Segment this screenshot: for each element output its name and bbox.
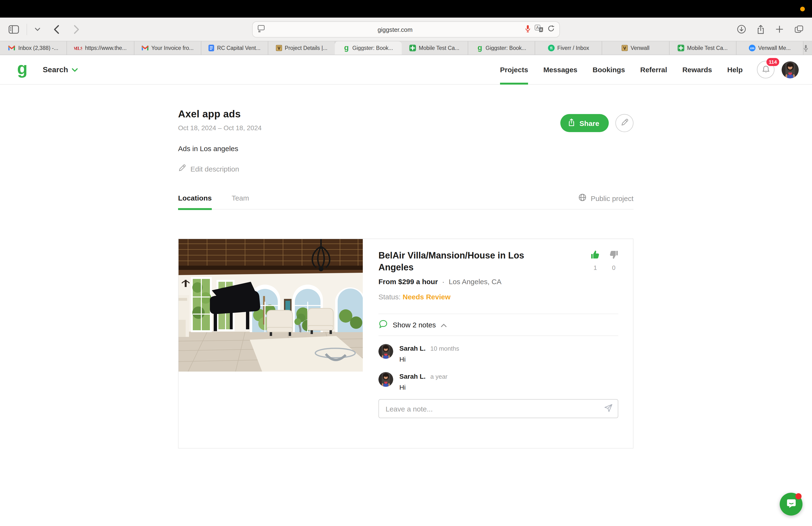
- edit-project-button[interactable]: [615, 114, 634, 132]
- browser-tab[interactable]: Mobile Test Ca...: [401, 41, 468, 55]
- svg-text:A: A: [540, 28, 542, 32]
- share-arrow-icon: [568, 118, 575, 128]
- gmail-favicon: [8, 45, 15, 51]
- search-menu[interactable]: Search: [43, 65, 78, 74]
- giggster-logo[interactable]: g: [17, 60, 28, 77]
- downloads-icon[interactable]: [736, 24, 747, 35]
- public-project-toggle[interactable]: Public project: [578, 194, 634, 209]
- price-location-row: From $299 a hour · Los Angeles, CA: [378, 278, 618, 286]
- tab-team[interactable]: Team: [232, 194, 249, 209]
- svg-text:fi: fi: [550, 46, 552, 50]
- zoom-favicon: zm: [749, 45, 755, 51]
- user-avatar[interactable]: [782, 61, 799, 78]
- recording-indicator-dot: [800, 6, 805, 11]
- giggster-favicon: g: [477, 44, 483, 52]
- note-time: a year: [431, 373, 448, 380]
- share-icon[interactable]: [756, 24, 766, 35]
- browser-tab-active[interactable]: gGiggster: Book...: [335, 41, 402, 55]
- globe-icon: [578, 194, 586, 203]
- note-author: Sarah L.: [400, 372, 426, 380]
- edit-description-label: Edit description: [190, 165, 239, 173]
- main-nav: Projects Messages Bookings Referral Rewa…: [500, 55, 743, 84]
- pencil-icon: [178, 164, 186, 173]
- status-value: Needs Review: [403, 293, 451, 301]
- note-input[interactable]: [378, 399, 618, 418]
- note-author: Sarah L.: [400, 344, 426, 352]
- thumbs-up-button[interactable]: 1: [591, 251, 600, 271]
- location-photo[interactable]: [178, 239, 363, 372]
- thumbs-down-button[interactable]: 0: [609, 251, 618, 271]
- browser-tab[interactable]: zmVenwall Me...: [737, 41, 804, 55]
- browser-tab[interactable]: fiFiverr / Inbox: [535, 41, 603, 55]
- sidebar-toggle-icon[interactable]: [8, 24, 20, 34]
- browser-tab[interactable]: RC Capital Vent...: [201, 41, 269, 55]
- nav-rewards[interactable]: Rewards: [682, 55, 712, 84]
- svg-text:g: g: [477, 44, 482, 52]
- gmail-favicon: [141, 45, 148, 51]
- share-button[interactable]: Share: [561, 114, 609, 132]
- avatar: [378, 344, 393, 359]
- mls-favicon: MLS: [74, 45, 82, 51]
- browser-tab[interactable]: VProject Details |...: [268, 41, 335, 55]
- thumbs-up-icon: [591, 251, 600, 261]
- browser-tab[interactable]: Mobile Test Ca...: [669, 41, 737, 55]
- avatar: [378, 372, 393, 387]
- browser-tab[interactable]: VVenwall: [603, 41, 669, 55]
- address-bar[interactable]: giggster.com AA: [252, 22, 560, 38]
- divider: [378, 336, 618, 336]
- browser-tab[interactable]: Your Invoice fro...: [134, 41, 201, 55]
- tab-overview-icon[interactable]: [794, 24, 804, 34]
- forward-button[interactable]: [73, 24, 80, 35]
- search-label: Search: [43, 65, 68, 74]
- dictation-mic-icon[interactable]: [525, 25, 531, 34]
- svg-text:V: V: [277, 46, 280, 51]
- upvote-count: 1: [594, 264, 597, 271]
- browser-tab[interactable]: Inbox (2,388) -...: [0, 41, 67, 55]
- show-notes-toggle[interactable]: Show 2 notes: [378, 314, 618, 336]
- tab-audio-mic-icon[interactable]: [803, 41, 812, 55]
- giggster-favicon: g: [343, 44, 349, 52]
- back-button[interactable]: [53, 24, 60, 35]
- safari-window: giggster.com AA: [0, 0, 812, 526]
- venwall-favicon: V: [276, 45, 282, 51]
- reload-icon[interactable]: [548, 25, 555, 34]
- browser-tab[interactable]: gGiggster: Book...: [468, 41, 535, 55]
- listing-title[interactable]: BelAir Villa/Mansion/House in Los Angele…: [378, 250, 542, 273]
- chat-notification-dot: [795, 493, 801, 499]
- project-info: Axel app ads Oct 18, 2024 – Oct 18, 2024…: [178, 108, 262, 173]
- nav-referral[interactable]: Referral: [640, 55, 667, 84]
- project-dates: Oct 18, 2024 – Oct 18, 2024: [178, 124, 262, 132]
- url-text[interactable]: giggster.com: [265, 26, 525, 33]
- sidebar-chevron-down-icon[interactable]: [34, 26, 41, 32]
- share-button-label: Share: [580, 119, 599, 127]
- green-plus-favicon: [409, 45, 416, 51]
- reader-icon[interactable]: [257, 25, 265, 34]
- browser-tab[interactable]: MLShttps://www.the...: [67, 41, 134, 55]
- docs-favicon: [208, 45, 214, 51]
- chat-launcher-button[interactable]: [780, 493, 802, 515]
- translate-icon[interactable]: AA: [535, 25, 543, 34]
- edit-description-button[interactable]: Edit description: [178, 164, 262, 173]
- status-row: Status: Needs Review: [378, 293, 618, 301]
- new-tab-icon[interactable]: [774, 24, 784, 34]
- note-item: Sarah L. a year Hi: [378, 372, 618, 391]
- project-page: Axel app ads Oct 18, 2024 – Oct 18, 2024…: [0, 108, 634, 449]
- send-note-button[interactable]: [604, 403, 613, 414]
- public-project-label: Public project: [591, 194, 634, 202]
- nav-bookings[interactable]: Bookings: [593, 55, 625, 84]
- svg-text:A: A: [536, 25, 539, 30]
- nav-projects[interactable]: Projects: [500, 55, 528, 84]
- venwall-favicon: V: [622, 45, 628, 51]
- tab-bar: Inbox (2,388) -... MLShttps://www.the...…: [0, 41, 812, 55]
- location-card: BelAir Villa/Mansion/House in Los Angele…: [178, 239, 634, 449]
- status-label: Status:: [378, 293, 401, 301]
- nav-messages[interactable]: Messages: [543, 55, 577, 84]
- notifications-button[interactable]: 114: [757, 61, 774, 79]
- page-title: Axel app ads: [178, 108, 262, 120]
- chat-bubble-icon: [785, 497, 797, 511]
- green-plus-favicon: [678, 45, 684, 51]
- tab-locations[interactable]: Locations: [178, 194, 212, 209]
- site-header: g Search Projects Messages Bookings Refe…: [0, 55, 812, 85]
- nav-help[interactable]: Help: [727, 55, 743, 84]
- listing-price: From $299 a hour: [378, 278, 438, 286]
